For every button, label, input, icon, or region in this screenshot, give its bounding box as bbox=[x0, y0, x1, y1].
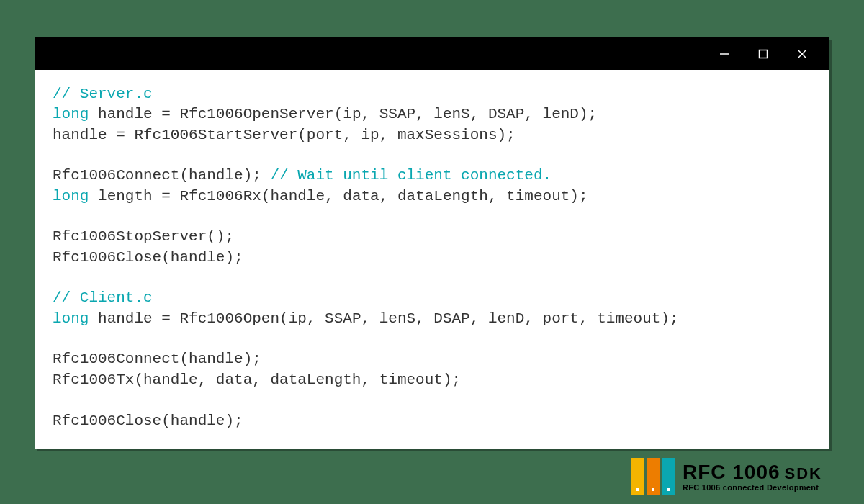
code-text: handle = Rfc1006Open(ip, SSAP, lenS, DSA… bbox=[89, 310, 678, 327]
close-icon bbox=[796, 48, 808, 60]
logo-bar bbox=[631, 458, 644, 495]
close-button[interactable] bbox=[783, 38, 822, 70]
brand-logo: RFC 1006SDK RFC 1006 connected Developme… bbox=[631, 458, 822, 495]
maximize-icon bbox=[758, 49, 768, 59]
code-text: Rfc1006Connect(handle); bbox=[53, 351, 261, 367]
svg-rect-1 bbox=[760, 50, 768, 58]
logo-title-sdk: SDK bbox=[785, 464, 822, 482]
code-text: Rfc1006Close(handle); bbox=[53, 413, 243, 429]
minimize-button[interactable] bbox=[705, 38, 744, 70]
code-keyword: long bbox=[53, 310, 89, 327]
code-keyword: long bbox=[53, 188, 89, 204]
logo-bar bbox=[662, 458, 675, 495]
logo-bars-icon bbox=[631, 458, 675, 495]
logo-text: RFC 1006SDK RFC 1006 connected Developme… bbox=[683, 462, 822, 492]
minimize-icon bbox=[719, 48, 730, 60]
code-text: Rfc1006Connect(handle); bbox=[53, 167, 270, 184]
maximize-button[interactable] bbox=[744, 38, 783, 70]
code-text: length = Rfc1006Rx(handle, data, dataLen… bbox=[89, 188, 588, 204]
terminal-window: // Server.c long handle = Rfc1006OpenSer… bbox=[35, 37, 829, 449]
titlebar bbox=[35, 38, 829, 70]
code-keyword: long bbox=[53, 106, 89, 122]
code-text: Rfc1006Tx(handle, data, dataLength, time… bbox=[53, 372, 461, 388]
logo-subtitle: RFC 1006 connected Development bbox=[683, 484, 822, 492]
logo-title-main: RFC 1006 bbox=[683, 461, 780, 483]
code-comment: // Client.c bbox=[53, 289, 153, 306]
code-text: Rfc1006StopServer(); bbox=[53, 228, 234, 245]
code-text: handle = Rfc1006OpenServer(ip, SSAP, len… bbox=[89, 106, 597, 122]
logo-title: RFC 1006SDK bbox=[683, 462, 822, 482]
logo-bar bbox=[647, 458, 660, 495]
code-comment: // Server.c bbox=[53, 86, 153, 102]
code-text: handle = Rfc1006StartServer(port, ip, ma… bbox=[53, 127, 516, 143]
code-content: // Server.c long handle = Rfc1006OpenSer… bbox=[35, 70, 829, 446]
code-text: Rfc1006Close(handle); bbox=[53, 249, 243, 266]
code-comment: // Wait until client connected. bbox=[270, 167, 552, 184]
